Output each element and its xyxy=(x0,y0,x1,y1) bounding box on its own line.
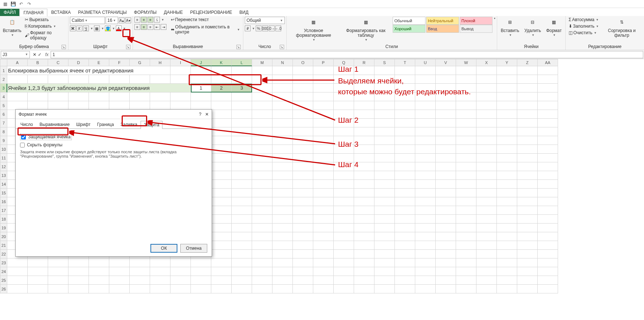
cell[interactable] xyxy=(354,101,374,110)
cell[interactable] xyxy=(293,215,313,224)
cell[interactable] xyxy=(517,75,538,84)
cell[interactable] xyxy=(191,66,211,75)
cell[interactable] xyxy=(109,276,130,285)
cell[interactable] xyxy=(456,119,476,127)
col-K[interactable]: K xyxy=(211,59,232,66)
cell[interactable] xyxy=(293,171,313,180)
cell[interactable] xyxy=(436,224,456,232)
cell[interactable] xyxy=(109,101,130,110)
cell[interactable] xyxy=(293,206,313,215)
cell[interactable] xyxy=(415,285,436,293)
sort-filter-button[interactable]: ⇅Сортировка и фильтр xyxy=(601,17,643,39)
cell[interactable] xyxy=(497,250,517,258)
col-D[interactable]: D xyxy=(68,59,89,66)
cell[interactable] xyxy=(252,154,272,162)
cut-button[interactable]: ✂Вырезать xyxy=(23,17,66,23)
style-good[interactable]: Хороший xyxy=(393,25,425,33)
cell[interactable] xyxy=(68,267,89,276)
cell[interactable] xyxy=(476,224,497,232)
cell[interactable] xyxy=(497,206,517,215)
cell[interactable] xyxy=(232,285,252,293)
name-box[interactable]: J3▼ xyxy=(1,51,30,58)
cell[interactable] xyxy=(497,136,517,145)
cell[interactable] xyxy=(374,224,395,232)
ok-button[interactable]: ОК xyxy=(150,244,177,253)
row-header-26[interactable]: 26 xyxy=(0,285,7,293)
cell[interactable] xyxy=(109,267,130,276)
row-header-18[interactable]: 18 xyxy=(0,215,7,224)
cell[interactable] xyxy=(252,180,272,189)
cell[interactable] xyxy=(517,285,538,293)
cell[interactable] xyxy=(415,258,436,267)
cell[interactable] xyxy=(538,276,558,285)
cell[interactable] xyxy=(89,92,109,101)
cell[interactable] xyxy=(68,75,89,84)
cell[interactable] xyxy=(395,162,415,171)
cell[interactable] xyxy=(415,215,436,224)
cell[interactable] xyxy=(272,66,293,75)
cell[interactable] xyxy=(374,285,395,293)
align-middle-icon[interactable]: ≡ xyxy=(141,17,147,23)
cell[interactable] xyxy=(7,267,28,276)
cell[interactable] xyxy=(436,258,456,267)
cell[interactable] xyxy=(456,232,476,241)
cell[interactable] xyxy=(272,75,293,84)
cell[interactable]: Блокировка выбранных ячеек от редактиров… xyxy=(7,66,170,75)
row-header-9[interactable]: 9 xyxy=(0,136,7,145)
cell[interactable] xyxy=(89,75,109,84)
cell[interactable] xyxy=(538,84,558,92)
cell[interactable] xyxy=(497,224,517,232)
cell[interactable] xyxy=(313,154,334,162)
cell[interactable] xyxy=(211,75,232,84)
cell[interactable] xyxy=(354,171,374,180)
cell[interactable] xyxy=(109,258,130,267)
cell[interactable] xyxy=(252,232,272,241)
cell[interactable] xyxy=(374,136,395,145)
cell[interactable] xyxy=(28,92,48,101)
cell[interactable] xyxy=(293,92,313,101)
cell[interactable] xyxy=(334,285,354,293)
cell[interactable] xyxy=(191,285,211,293)
cell[interactable] xyxy=(211,119,232,127)
cell[interactable] xyxy=(334,241,354,250)
cell[interactable] xyxy=(170,92,191,101)
cell[interactable] xyxy=(476,162,497,171)
cell[interactable] xyxy=(415,136,436,145)
fill-color-button[interactable]: 🪣 xyxy=(105,25,111,31)
cell[interactable] xyxy=(272,232,293,241)
copy-button[interactable]: ⎘Копировать▼ xyxy=(23,23,66,29)
cell[interactable] xyxy=(456,154,476,162)
cell[interactable] xyxy=(211,206,232,215)
cell[interactable] xyxy=(436,180,456,189)
cell[interactable] xyxy=(436,276,456,285)
cell[interactable] xyxy=(476,285,497,293)
cell[interactable] xyxy=(211,258,232,267)
cell[interactable] xyxy=(272,258,293,267)
cell[interactable] xyxy=(252,258,272,267)
col-T[interactable]: T xyxy=(395,59,415,66)
cell[interactable] xyxy=(395,250,415,258)
cell[interactable] xyxy=(334,171,354,180)
cell[interactable] xyxy=(89,285,109,293)
cell[interactable] xyxy=(313,92,334,101)
format-as-table-button[interactable]: ▦Форматировать как таблицу▼ xyxy=(340,17,392,43)
cell[interactable] xyxy=(374,162,395,171)
cell[interactable] xyxy=(476,206,497,215)
cell[interactable] xyxy=(395,258,415,267)
cell[interactable] xyxy=(191,75,211,84)
cell[interactable] xyxy=(252,101,272,110)
cell[interactable] xyxy=(191,101,211,110)
row-header-21[interactable]: 21 xyxy=(0,241,7,250)
cell[interactable] xyxy=(476,267,497,276)
cell[interactable] xyxy=(436,250,456,258)
cell[interactable] xyxy=(170,285,191,293)
tab-insert[interactable]: ВСТАВКА xyxy=(47,9,74,16)
cell[interactable] xyxy=(272,171,293,180)
cell[interactable] xyxy=(211,285,232,293)
cell[interactable] xyxy=(517,276,538,285)
cell[interactable] xyxy=(456,127,476,136)
cell[interactable] xyxy=(517,232,538,241)
cell[interactable] xyxy=(456,145,476,154)
cell[interactable] xyxy=(252,110,272,119)
cell[interactable] xyxy=(456,241,476,250)
